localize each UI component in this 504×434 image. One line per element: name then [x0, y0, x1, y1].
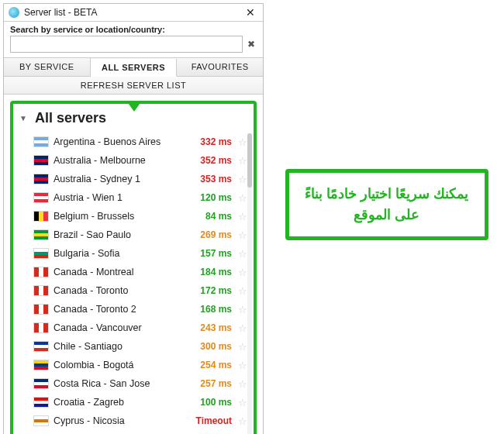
app-logo-icon: [9, 7, 19, 18]
server-list-window: Server list - BETA ✕ Search by service o…: [3, 3, 264, 434]
server-ping: 100 ms: [190, 397, 232, 408]
server-ping: 352 ms: [190, 155, 232, 166]
server-ping: 353 ms: [190, 174, 232, 184]
search-area: Search by service or location/country: ✖: [4, 22, 263, 57]
annotation-callout: يمكنك سريعًا اختيار خادمًا بناءً على الم…: [285, 169, 488, 240]
flag-icon: [33, 248, 49, 259]
tab-all-servers[interactable]: ALL SERVERS: [91, 59, 178, 77]
flag-icon: [33, 285, 49, 296]
annotation-text: يمكنك سريعًا اختيار خادمًا بناءً على الم…: [305, 186, 468, 222]
server-row[interactable]: Cyprus - NicosiaTimeout☆: [18, 412, 249, 430]
flag-icon: [33, 378, 49, 389]
server-row[interactable]: Canada - Montreal184 ms☆: [18, 263, 249, 281]
server-name: Colombia - Bogotá: [54, 360, 185, 370]
server-row[interactable]: Czech Republic - Prague87 ms☆: [18, 430, 249, 434]
search-row: ✖: [10, 36, 257, 53]
flag-icon: [33, 174, 49, 184]
server-ping: 254 ms: [190, 360, 232, 370]
server-row[interactable]: Canada - Vancouver243 ms☆: [18, 319, 249, 337]
server-ping: 332 ms: [190, 136, 232, 147]
server-ping: 300 ms: [190, 341, 232, 352]
flag-icon: [33, 360, 49, 370]
server-name: Cyprus - Nicosia: [54, 415, 185, 426]
flag-icon: [33, 155, 49, 166]
server-name: Costa Rica - San Jose: [54, 378, 185, 389]
server-name: Chile - Santiago: [54, 341, 185, 352]
flag-icon: [33, 267, 49, 277]
server-row[interactable]: Australia - Sydney 1353 ms☆: [18, 170, 249, 188]
server-row[interactable]: Argentina - Buenos Aires332 ms☆: [18, 133, 249, 151]
server-row[interactable]: Costa Rica - San Jose257 ms☆: [18, 374, 249, 393]
server-row[interactable]: Belgium - Brussels84 ms☆: [18, 207, 249, 226]
tab-by-service[interactable]: BY SERVICE: [4, 58, 91, 76]
highlight-arrow-icon: [126, 101, 142, 112]
server-list-panel: ▼ All servers Argentina - Buenos Aires33…: [10, 101, 257, 434]
titlebar: Server list - BETA ✕: [4, 4, 263, 22]
server-ping: 257 ms: [190, 378, 232, 389]
server-name: Canada - Toronto 2: [54, 304, 185, 315]
server-ping: 120 ms: [190, 192, 232, 203]
server-ping: 269 ms: [190, 229, 232, 240]
flag-icon: [33, 192, 49, 203]
server-row[interactable]: Chile - Santiago300 ms☆: [18, 337, 249, 356]
tabs: BY SERVICE ALL SERVERS FAVOURITES: [4, 57, 263, 77]
server-name: Canada - Montreal: [54, 267, 185, 277]
server-ping: 168 ms: [190, 304, 232, 315]
flag-icon: [33, 136, 49, 147]
flag-icon: [33, 304, 49, 315]
server-row[interactable]: Canada - Toronto172 ms☆: [18, 281, 249, 300]
server-ping: 172 ms: [190, 285, 232, 296]
tab-favourites[interactable]: FAVOURITES: [177, 58, 263, 76]
server-name: Canada - Vancouver: [54, 322, 185, 333]
server-row[interactable]: Austria - Wien 1120 ms☆: [18, 188, 249, 207]
flag-icon: [33, 229, 49, 240]
server-row[interactable]: Brazil - Sao Paulo269 ms☆: [18, 226, 249, 244]
list-title: All servers: [35, 110, 106, 126]
server-name: Australia - Melbourne: [54, 155, 185, 166]
flag-icon: [33, 322, 49, 333]
search-input[interactable]: [10, 36, 243, 53]
close-icon[interactable]: ✕: [244, 7, 257, 18]
server-name: Austria - Wien 1: [54, 192, 185, 203]
server-name: Australia - Sydney 1: [54, 174, 185, 184]
server-ping: 243 ms: [190, 322, 232, 333]
refresh-server-list-button[interactable]: REFRESH SERVER LIST: [4, 77, 263, 95]
scrollbar[interactable]: [247, 133, 252, 434]
server-row[interactable]: Bulgaria - Sofia157 ms☆: [18, 244, 249, 263]
search-label: Search by service or location/country:: [10, 25, 257, 34]
server-name: Argentina - Buenos Aires: [54, 136, 185, 147]
collapse-caret-icon[interactable]: ▼: [19, 114, 27, 122]
server-ping: 184 ms: [190, 267, 232, 277]
flag-icon: [33, 397, 49, 408]
server-row[interactable]: Croatia - Zagreb100 ms☆: [18, 393, 249, 412]
server-ping: Timeout: [190, 415, 232, 426]
server-list: Argentina - Buenos Aires332 ms☆Australia…: [18, 133, 249, 434]
clear-search-icon[interactable]: ✖: [246, 39, 257, 50]
server-name: Bulgaria - Sofia: [54, 248, 185, 259]
server-name: Belgium - Brussels: [54, 211, 185, 222]
server-row[interactable]: Canada - Toronto 2168 ms☆: [18, 300, 249, 319]
flag-icon: [33, 341, 49, 352]
server-row[interactable]: Australia - Melbourne352 ms☆: [18, 151, 249, 170]
server-name: Brazil - Sao Paulo: [54, 229, 185, 240]
window-title: Server list - BETA: [24, 7, 244, 18]
server-row[interactable]: Colombia - Bogotá254 ms☆: [18, 356, 249, 374]
flag-icon: [33, 211, 49, 222]
server-ping: 84 ms: [190, 211, 232, 222]
server-name: Canada - Toronto: [54, 285, 185, 296]
flag-icon: [33, 415, 49, 426]
server-name: Croatia - Zagreb: [54, 397, 185, 408]
scrollbar-thumb[interactable]: [247, 133, 252, 188]
server-ping: 157 ms: [190, 248, 232, 259]
